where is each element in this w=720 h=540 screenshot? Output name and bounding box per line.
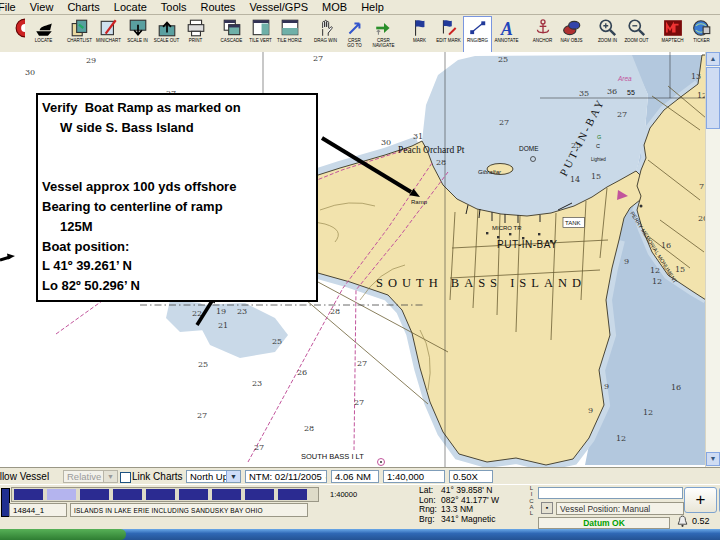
tileh-icon xyxy=(280,18,300,38)
ticker-button[interactable]: TICKER xyxy=(687,16,716,53)
depth-sounding: 21 xyxy=(218,321,228,330)
chartbar-segments[interactable] xyxy=(11,487,319,502)
chartbar-segment-4[interactable] xyxy=(146,489,175,500)
cascade-button[interactable]: CASCADE xyxy=(217,16,246,53)
place-label: SOUTH BASS I LT xyxy=(301,452,364,461)
maptech-button[interactable]: MAPTECH xyxy=(658,16,687,53)
depth-sounding: 27 xyxy=(354,398,364,407)
datum-status: Datum OK xyxy=(538,517,670,529)
nav-icon xyxy=(374,18,394,38)
place-label: 55 xyxy=(627,89,635,96)
printer-icon xyxy=(186,18,206,38)
edge-left-button[interactable] xyxy=(0,16,29,53)
alarm-value: 0.52 xyxy=(692,516,710,526)
annotation-line-6: 125M xyxy=(42,217,316,237)
flag-icon xyxy=(410,18,430,38)
zoom-out-button[interactable]: ZOOM OUT xyxy=(622,16,651,53)
annotation-line-2 xyxy=(42,138,316,158)
chartbar-segment-5[interactable] xyxy=(179,489,208,500)
menu-charts[interactable]: Charts xyxy=(60,1,106,14)
zoom-plus-button[interactable]: + xyxy=(684,487,717,513)
follow-vessel-label: Follow Vessel xyxy=(0,471,49,482)
vessel-mode-button[interactable]: ▪ xyxy=(541,502,553,514)
chartpencil-icon xyxy=(99,18,119,38)
annotate-button[interactable]: AANNOTATE xyxy=(492,16,521,53)
depth-sounding: 28 xyxy=(330,307,340,316)
windows-taskbar[interactable] xyxy=(0,529,720,540)
chartlist-button[interactable]: CHARTLIST xyxy=(65,16,94,53)
depth-sounding: 27 xyxy=(617,110,627,119)
annotation-text-box[interactable]: Verify Boat Ramp as marked on W side S. … xyxy=(36,93,318,302)
annA-icon: A xyxy=(497,18,517,38)
chartbar-segment-2[interactable] xyxy=(80,489,109,500)
menu-file[interactable]: File xyxy=(0,1,23,14)
cutleft-icon xyxy=(5,18,25,38)
menu-routes[interactable]: Routes xyxy=(194,1,243,14)
annotation-line-7: Boat position: xyxy=(42,237,316,257)
menu-help[interactable]: Help xyxy=(354,1,391,14)
maptech-icon xyxy=(663,18,683,38)
chartbar-segment-7[interactable] xyxy=(245,489,274,500)
depth-sounding: 27 xyxy=(197,411,207,420)
place-label: MICRO TR xyxy=(492,225,522,231)
anchor-button[interactable]: ANCHOR xyxy=(528,16,557,53)
place-label: DOME xyxy=(519,145,539,152)
edit-mark-button[interactable]: EDIT MARK xyxy=(434,16,463,53)
perry-monument-dot xyxy=(640,205,643,208)
boat-icon xyxy=(34,18,54,38)
chartbar-segment-0[interactable] xyxy=(14,489,43,500)
scroll-down-button[interactable]: ▼ xyxy=(706,452,720,466)
toolbar-label: ANCHOR xyxy=(533,39,553,44)
annotation-line-0: Verify Boat Ramp as marked on xyxy=(42,98,316,118)
start-button[interactable] xyxy=(0,529,126,540)
place-label: Ramp xyxy=(411,199,428,205)
scale-out-button[interactable]: SCALE OUT xyxy=(152,16,181,53)
link-charts-checkbox[interactable] xyxy=(120,472,131,483)
zoom-in-button[interactable]: ZOOM IN xyxy=(593,16,622,53)
position-input[interactable] xyxy=(538,487,683,499)
crsr-navigate-button[interactable]: CRSR NAVIGATE xyxy=(369,16,398,53)
menu-tools[interactable]: Tools xyxy=(154,1,194,14)
drag-win-button[interactable]: DRAG WIN xyxy=(311,16,340,53)
mark-button[interactable]: MARK xyxy=(405,16,434,53)
menu-view[interactable]: View xyxy=(23,1,61,14)
scroll-thumb[interactable] xyxy=(706,67,720,129)
chartbar-segment-8[interactable] xyxy=(278,489,307,500)
depth-sounding: 12 xyxy=(652,277,662,286)
range-bearing-button[interactable]: RNG/BRG xyxy=(463,16,492,53)
toolbar-label: EDIT MARK xyxy=(436,39,460,44)
minichart-button[interactable]: MINICHART xyxy=(94,16,123,53)
crsr-go-to-button[interactable]: CRSR GO TO xyxy=(340,16,369,53)
depth-sounding: 31 xyxy=(413,132,423,141)
chart-window[interactable]: 3029272725303128272514153536271312720169… xyxy=(0,52,720,467)
place-label: Lighted xyxy=(591,157,606,162)
toolbar: LOCATECHARTLISTMINICHARTSCALE INSCALE OU… xyxy=(0,15,720,54)
cascade-icon xyxy=(222,18,242,38)
chartbar-segment-1[interactable] xyxy=(47,489,76,500)
menu-vesselgps[interactable]: Vessel/GPS xyxy=(242,1,315,14)
svg-text:A: A xyxy=(500,19,513,38)
cursor-position-readout: Lat:41° 39.858' N Lon:082° 41.177' W Rng… xyxy=(419,486,499,524)
depth-sounding: 23 xyxy=(252,379,262,388)
annotation-line-8: L 41º 39.261’ N xyxy=(42,256,316,276)
scroll-up-button[interactable]: ▲ xyxy=(706,52,720,66)
place-label: TANK xyxy=(565,220,581,226)
vertical-scrollbar[interactable]: ▲ ▼ xyxy=(705,52,720,467)
scale-in-button[interactable]: SCALE IN xyxy=(123,16,152,53)
tile-vert-button[interactable]: TILE VERT xyxy=(246,16,275,53)
charts-icon xyxy=(70,18,90,38)
ntm-field[interactable]: NTM: 02/11/2005 ✓ xyxy=(245,470,327,483)
chartbar-segment-3[interactable] xyxy=(113,489,142,500)
annotation-line-3 xyxy=(42,157,316,177)
chart-width-field: 4.06 NM xyxy=(331,470,379,483)
tile-horiz-button[interactable]: TILE HORIZ xyxy=(275,16,304,53)
print-button[interactable]: PRINT xyxy=(181,16,210,53)
menu-locate[interactable]: Locate xyxy=(107,1,154,14)
orientation-combo[interactable]: Relative ▼ xyxy=(63,470,118,483)
menu-mob[interactable]: MOB xyxy=(315,1,354,14)
depth-sounding: 12 xyxy=(616,434,626,443)
north-up-combo[interactable]: North Up ▼ xyxy=(186,470,241,483)
nav-objs-button[interactable]: NAV OBJS xyxy=(557,16,586,53)
chartbar-segment-6[interactable] xyxy=(212,489,241,500)
locate-button[interactable]: LOCATE xyxy=(29,16,58,53)
